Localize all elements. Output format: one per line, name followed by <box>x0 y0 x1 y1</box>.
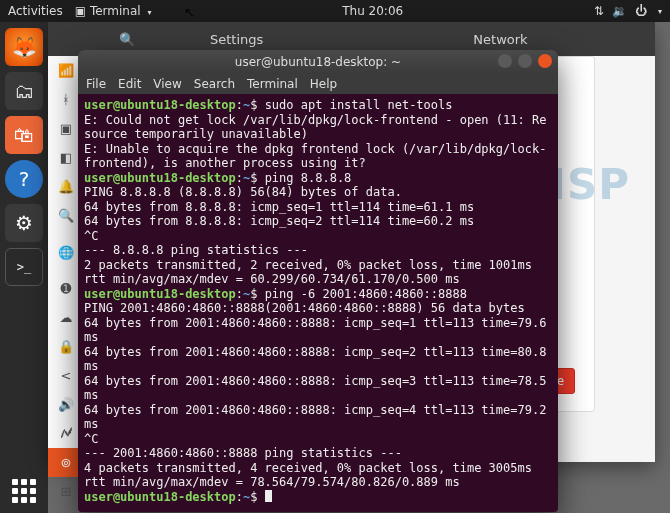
terminal-menu-edit[interactable]: Edit <box>118 77 141 91</box>
terminal-menu-help[interactable]: Help <box>310 77 337 91</box>
gnome-topbar: Activities ▣ Terminal ▾ Thu 20:06 ⇅ 🔉 ⏻ … <box>0 0 670 22</box>
window-minimize-button[interactable] <box>498 54 512 68</box>
dock-help[interactable]: ? <box>5 160 43 198</box>
dock: 🦊 🗂 🛍 ? ⚙ >_ <box>0 22 48 513</box>
sound-icon: 🔊 <box>58 397 74 412</box>
share-icon: < <box>58 368 74 383</box>
chevron-down-icon[interactable]: ▾ <box>658 7 662 16</box>
bell-icon: 🔔 <box>58 179 74 194</box>
terminal-title: user@ubuntu18-desktop: ~ <box>78 55 558 69</box>
dock-firefox[interactable]: 🦊 <box>5 28 43 66</box>
appmenu-label: Terminal <box>90 4 141 18</box>
bt-icon: ᚼ <box>58 92 74 107</box>
settings-search-button[interactable]: 🔍 <box>48 32 206 47</box>
settings-panel-title: Network <box>346 32 655 47</box>
window-maximize-button[interactable] <box>518 54 532 68</box>
volume-icon[interactable]: 🔉 <box>612 4 627 18</box>
dock-settings[interactable]: ⚙ <box>5 204 43 242</box>
network-status-icon[interactable]: ⇅ <box>594 4 604 18</box>
access-icon: ➊ <box>58 281 74 296</box>
settings-title: Settings <box>206 32 346 47</box>
terminal-menu-view[interactable]: View <box>153 77 181 91</box>
wifi-icon: 📶 <box>58 63 74 78</box>
window-close-button[interactable] <box>538 54 552 68</box>
dock-show-apps[interactable] <box>0 479 48 503</box>
net-icon: ⊚ <box>58 455 74 470</box>
dock-icon: ◧ <box>58 150 74 165</box>
search-icon: 🔍 <box>119 32 135 47</box>
power-icon: 🗲 <box>58 426 74 441</box>
privacy-icon: 🔒 <box>58 339 74 354</box>
appmenu-button[interactable]: ▣ Terminal ▾ <box>75 4 152 18</box>
terminal-menu-terminal[interactable]: Terminal <box>247 77 298 91</box>
activities-button[interactable]: Activities <box>8 4 63 18</box>
dock-files[interactable]: 🗂 <box>5 72 43 110</box>
clock[interactable]: Thu 20:06 <box>151 4 593 18</box>
terminal-window: user@ubuntu18-desktop: ~ FileEditViewSea… <box>78 50 558 512</box>
dev-icon: ⊞ <box>58 484 74 499</box>
dock-software[interactable]: 🛍 <box>5 116 43 154</box>
terminal-menu-search[interactable]: Search <box>194 77 235 91</box>
search-icon: 🔍 <box>58 208 74 223</box>
accounts-icon: ☁ <box>58 310 74 325</box>
power-icon[interactable]: ⏻ <box>635 4 647 18</box>
terminal-titlebar[interactable]: user@ubuntu18-desktop: ~ <box>78 50 558 74</box>
bg-icon: ▣ <box>58 121 74 136</box>
dock-terminal[interactable]: >_ <box>5 248 43 286</box>
region-icon: 🌐 <box>58 245 74 260</box>
terminal-viewport[interactable]: user@ubuntu18-desktop:~$ sudo apt instal… <box>78 94 558 512</box>
terminal-menubar: FileEditViewSearchTerminalHelp <box>78 74 558 94</box>
terminal-icon: ▣ <box>75 4 86 18</box>
terminal-menu-file[interactable]: File <box>86 77 106 91</box>
